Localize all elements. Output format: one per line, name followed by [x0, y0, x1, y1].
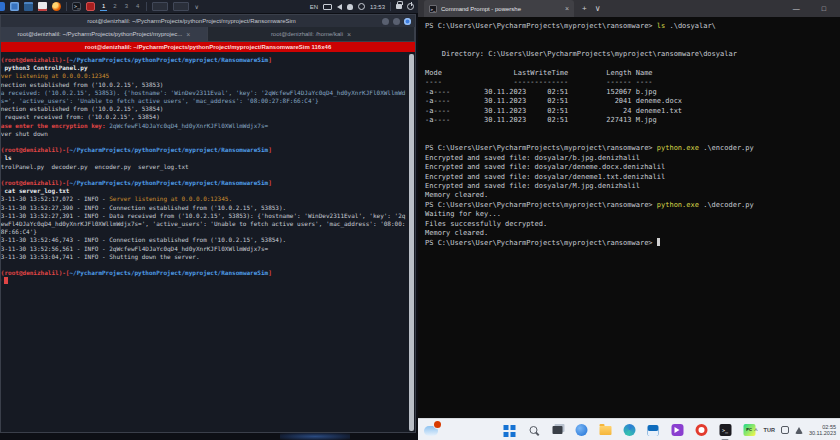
- terminal-line: 2023-11-30 13:53:04,741 - INFO - Shuttin…: [1, 253, 409, 261]
- qterminal-window: root@denizhalil: ~/PycharmProjects/pytho…: [0, 14, 416, 433]
- workspace-1[interactable]: 1: [100, 2, 107, 11]
- windows-taskbar: >_ PC ^ TUR 02:55 30.11.2023: [418, 418, 840, 440]
- search-button[interactable]: [525, 422, 542, 439]
- window-controls: — □: [793, 5, 840, 12]
- minimize-button[interactable]: —: [793, 5, 800, 12]
- start-button[interactable]: [501, 422, 518, 439]
- terminal-tab-home-kali[interactable]: root@denizhalil: /home/kali ×: [208, 27, 415, 41]
- terminal-line: Connection established from ('10.0.2.15'…: [1, 105, 409, 113]
- taskbar-clock[interactable]: 02:55 30.11.2023: [809, 424, 836, 437]
- media-player-button[interactable]: [669, 422, 686, 439]
- chat-button[interactable]: [573, 422, 590, 439]
- terminal-line: 2023-11-30 13:52:27,390 - INFO - Connect…: [1, 204, 409, 212]
- terminal-line: 2023-11-30 13:52:17,072 - INFO - Server …: [1, 195, 409, 203]
- screen: >_ 1 2 3 4 ∨ EN 13:53: [0, 0, 840, 440]
- volume-icon[interactable]: [337, 4, 342, 10]
- windows-desktop: >_ Command Prompt - powershe × + ∨ — □ P…: [418, 0, 840, 440]
- lock-icon[interactable]: [396, 4, 402, 9]
- terminal-line: Encrypted and saved file: dosyalar/denem…: [425, 163, 840, 172]
- terminal-line: -a---- 30.11.2023 02:51 152067 b.jpg: [425, 88, 840, 97]
- keyboard-layout-indicator[interactable]: EN: [310, 4, 318, 10]
- display-icon[interactable]: [323, 4, 332, 10]
- language-indicator[interactable]: TUR: [764, 427, 775, 433]
- terminal-line: Data received: ('10.0.2.15', 53853). {'h…: [1, 89, 409, 105]
- terminal-icon: >_: [719, 424, 731, 436]
- terminal-tab-ransomwaresim[interactable]: root@denizhalil: ~/PycharmProjects/pytho…: [1, 27, 208, 41]
- taskbar-window-2[interactable]: [173, 2, 189, 11]
- tray-network-icon[interactable]: [795, 427, 803, 434]
- file-manager-icon[interactable]: [24, 2, 33, 11]
- scrollbar[interactable]: [409, 54, 414, 431]
- edge-icon: [623, 424, 635, 436]
- window-titlebar[interactable]: root@denizhalil: ~/PycharmProjects/pytho…: [1, 15, 415, 27]
- task-view-button[interactable]: [549, 422, 566, 439]
- terminal-line: Encrypted and saved file: dosyalar/b.jpg…: [425, 154, 840, 163]
- terminal-line: ┌──(root@denizhalil)-[~/PycharmProjects/…: [1, 146, 409, 154]
- terminal-tab-powershell[interactable]: >_ Command Prompt - powershe ×: [424, 0, 574, 17]
- terminal-red-icon[interactable]: [86, 2, 95, 11]
- tab-close-icon[interactable]: ×: [186, 31, 190, 38]
- window-list-caret-icon[interactable]: ∨: [194, 3, 198, 10]
- terminal-viewport[interactable]: ┌──(root@denizhalil)-[~/PycharmProjects/…: [1, 53, 415, 432]
- kali-system-tray: EN 13:53: [310, 2, 414, 11]
- workspace-3[interactable]: 3: [123, 2, 130, 11]
- terminal-line: Encrypted and saved file: dosyalar/M.jpg…: [425, 182, 840, 191]
- tray-chevron-icon[interactable]: ^: [754, 427, 757, 434]
- tab-label: Command Prompt - powershe: [441, 6, 561, 12]
- terminal-icon[interactable]: >_: [72, 2, 81, 11]
- widgets-button[interactable]: [424, 422, 440, 438]
- tray-notification-icon[interactable]: [781, 426, 789, 434]
- terminal-line: └─# ls: [1, 154, 409, 162]
- tab-label: root@denizhalil: ~/PycharmProjects/pytho…: [18, 31, 183, 37]
- terminal-tab-bar: root@denizhalil: ~/PycharmProjects/pytho…: [1, 27, 415, 42]
- folder-icon: [599, 426, 611, 435]
- terminal-line: └─# python3 ControlPanel.py: [1, 64, 409, 72]
- kali-menu-icon[interactable]: [0, 2, 5, 11]
- kali-terminal-output[interactable]: ┌──(root@denizhalil)-[~/PycharmProjects/…: [1, 56, 409, 286]
- cmd-icon: >_: [429, 5, 437, 13]
- terminal-viewport[interactable]: PS C:\Users\User\PycharmProjects\myproje…: [418, 17, 840, 418]
- search-icon: [529, 426, 537, 434]
- terminal-line: PS C:\Users\User\PycharmProjects\myproje…: [425, 238, 840, 248]
- notifications-bell-icon[interactable]: [347, 4, 353, 10]
- scrollbar-thumb[interactable]: [409, 54, 414, 431]
- workspace-2[interactable]: 2: [111, 2, 118, 11]
- terminal-line: PS C:\Users\User\PycharmProjects\myproje…: [425, 201, 840, 210]
- tab-dropdown-icon[interactable]: ∨: [595, 4, 601, 13]
- workspace-4[interactable]: 4: [134, 2, 141, 11]
- edge-button[interactable]: [621, 422, 638, 439]
- store-icon: [648, 425, 659, 436]
- terminal-line: [425, 31, 840, 40]
- terminal-line: 2023-11-30 13:52:56,561 - INFO - 2qWcfew…: [1, 245, 409, 253]
- text-editor-icon[interactable]: [38, 2, 47, 11]
- app-window-icon[interactable]: [10, 2, 19, 11]
- red-app-button[interactable]: [693, 422, 710, 439]
- clock-icon: [358, 3, 365, 10]
- window-title: root@denizhalil: ~/PycharmProjects/pytho…: [5, 18, 378, 24]
- store-button[interactable]: [645, 422, 662, 439]
- tab-close-icon[interactable]: ×: [347, 31, 351, 38]
- wallpaper-logo-glow: [280, 433, 350, 440]
- terminal-button[interactable]: >_: [717, 422, 734, 439]
- power-icon[interactable]: [407, 3, 414, 10]
- terminal-line: 2023-11-30 13:52:46,743 - INFO - Connect…: [1, 236, 409, 244]
- taskbar-window-1[interactable]: [152, 2, 168, 11]
- firefox-icon[interactable]: [52, 2, 61, 11]
- maximize-button[interactable]: [393, 18, 400, 25]
- new-tab-button[interactable]: +: [582, 4, 587, 13]
- terminal-line: Mode LastWriteTime Length Name: [425, 69, 840, 78]
- minimize-button[interactable]: [382, 18, 389, 25]
- file-explorer-button[interactable]: [597, 422, 614, 439]
- kali-desktop: >_ 1 2 3 4 ∨ EN 13:53: [0, 0, 418, 440]
- terminal-line: [425, 60, 840, 69]
- terminal-line: Waiting for key...: [425, 210, 840, 219]
- notification-badge: [434, 421, 441, 428]
- panel-clock[interactable]: 13:53: [370, 4, 385, 10]
- tab-close-icon[interactable]: ×: [565, 5, 569, 12]
- windows-terminal-titlebar[interactable]: >_ Command Prompt - powershe × + ∨ — □: [418, 0, 840, 17]
- terminal-line: ControlPanel.py decoder.py encoder.py se…: [1, 163, 409, 171]
- panel-separator: [66, 2, 67, 11]
- close-button[interactable]: [404, 18, 411, 25]
- powershell-output[interactable]: PS C:\Users\User\PycharmProjects\myproje…: [418, 17, 840, 249]
- maximize-button[interactable]: □: [822, 5, 826, 12]
